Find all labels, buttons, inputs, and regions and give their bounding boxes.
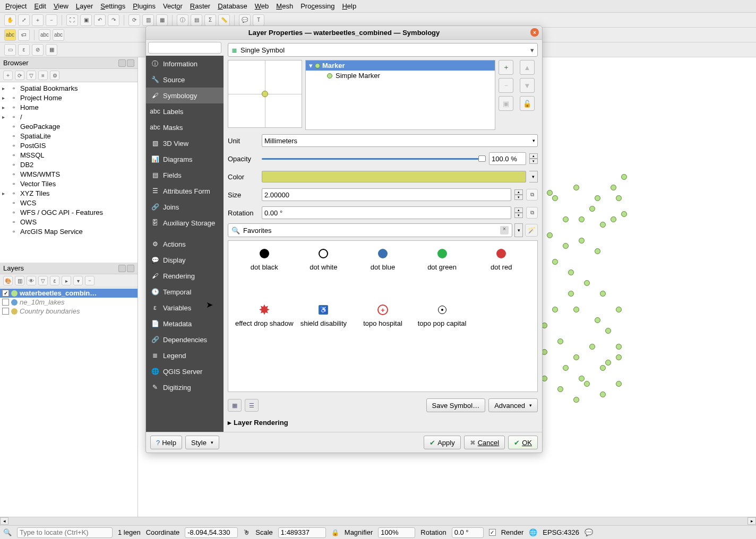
deselect-icon[interactable]: ⊘: [32, 44, 44, 56]
remove-symbol-layer-button[interactable]: －: [499, 78, 513, 93]
lock-icon[interactable]: 🔒: [331, 529, 339, 536]
zoom-in-icon[interactable]: ＋: [32, 14, 44, 26]
text-annotation-icon[interactable]: T: [253, 14, 264, 26]
clear-filter-icon[interactable]: ×: [500, 226, 509, 234]
category-actions[interactable]: ⚙Actions: [146, 236, 224, 252]
layer-item[interactable]: ✓waterbeetles_combin…: [0, 289, 138, 298]
symbol-grid[interactable]: dot blackdot whitedot bluedot greendot r…: [228, 240, 538, 392]
filter-browser-icon[interactable]: ▽: [27, 71, 36, 80]
duplicate-symbol-layer-button[interactable]: ▣: [499, 96, 513, 111]
size-field[interactable]: 2.00000: [262, 188, 511, 201]
select-icon[interactable]: ▭: [4, 44, 16, 56]
statistics-icon[interactable]: Σ: [204, 14, 216, 26]
menu-vector[interactable]: Vector: [163, 2, 183, 10]
pan-icon[interactable]: ✋: [4, 14, 16, 26]
layers-tree[interactable]: ✓waterbeetles_combin…ne_10m_lakesCountry…: [0, 288, 138, 525]
rotation-field[interactable]: 0.00 °: [262, 206, 511, 219]
layer-item[interactable]: ne_10m_lakes: [0, 298, 138, 307]
ok-button[interactable]: ✔OK: [508, 436, 538, 449]
menu-raster[interactable]: Raster: [190, 2, 210, 10]
select-all-icon[interactable]: ▦: [46, 44, 57, 56]
size-override-icon[interactable]: ⧉: [526, 189, 538, 201]
symbol-type-dropdown[interactable]: ≣ Single Symbol ▾: [228, 43, 538, 57]
messages-icon[interactable]: 💬: [585, 528, 593, 536]
menu-layer[interactable]: Layer: [76, 2, 93, 10]
category-symbology[interactable]: 🖌Symbology: [146, 88, 224, 103]
zoom-layer-icon[interactable]: ▣: [80, 14, 92, 26]
category-qgis-server[interactable]: 🌐QGIS Server: [146, 363, 224, 379]
dialog-titlebar[interactable]: Layer Properties — waterbeetles_combined…: [146, 26, 542, 40]
advanced-button[interactable]: Advanced▾: [488, 398, 538, 412]
move-up-button[interactable]: ▲: [520, 60, 535, 75]
scroll-left-icon[interactable]: ◂: [0, 517, 8, 525]
layer-checkbox[interactable]: ✓: [2, 290, 9, 297]
rotation-input[interactable]: [452, 527, 484, 538]
menu-plugins[interactable]: Plugins: [133, 2, 156, 10]
style-button[interactable]: Style▾: [185, 436, 219, 449]
category-auxiliary-storage[interactable]: 🗄Auxiliary Storage: [146, 215, 224, 231]
category-display[interactable]: 💬Display: [146, 252, 224, 268]
select-by-expression-icon[interactable]: ε: [18, 44, 30, 56]
list-view-button[interactable]: ☰: [245, 399, 259, 412]
measure-icon[interactable]: 📏: [218, 14, 230, 26]
category-metadata[interactable]: 📄Metadata: [146, 316, 224, 332]
annotation-icon[interactable]: 💬: [239, 14, 251, 26]
layer-visibility-icon[interactable]: 👁: [27, 276, 36, 285]
favorites-dropdown[interactable]: 🔍 Favorites ×: [228, 223, 512, 237]
layer-expand-icon[interactable]: ▸: [62, 276, 71, 285]
category-fields[interactable]: ▤Fields: [146, 167, 224, 183]
category-3d-view[interactable]: ▧3D View: [146, 135, 224, 151]
label-icon[interactable]: abc: [4, 29, 16, 41]
layers-close-icon[interactable]: [127, 265, 134, 272]
zoom-full-icon[interactable]: ⛶: [66, 14, 78, 26]
layer-checkbox[interactable]: [2, 299, 9, 306]
menu-view[interactable]: View: [54, 2, 68, 10]
symbol-item[interactable]: dot white: [294, 247, 354, 298]
menu-project[interactable]: Project: [5, 2, 27, 10]
symbol-item[interactable]: ✸effect drop shadow: [235, 303, 294, 354]
browser-item[interactable]: ▫Vector Tiles: [0, 179, 138, 188]
category-labels[interactable]: abcLabels: [146, 103, 224, 119]
mouse-ext-icon[interactable]: 🖰: [243, 528, 250, 536]
category-masks[interactable]: abcMasks: [146, 119, 224, 135]
browser-item[interactable]: ▸▫Spatial Bookmarks: [0, 83, 138, 93]
menu-help[interactable]: Help: [342, 2, 356, 10]
symbol-layer-tree[interactable]: ▾ Marker Simple Marker: [305, 60, 495, 130]
add-symbol-layer-button[interactable]: ＋: [499, 60, 513, 75]
category-source[interactable]: 🔧Source: [146, 72, 224, 88]
browser-item[interactable]: ▫OWS: [0, 217, 138, 227]
coord-input[interactable]: [185, 527, 238, 538]
new-layout-icon[interactable]: ▥: [142, 14, 154, 26]
style-manager-icon[interactable]: 🪄: [525, 224, 538, 237]
add-layer-icon[interactable]: ＋: [3, 71, 13, 80]
close-icon[interactable]: ×: [530, 28, 539, 37]
cancel-button[interactable]: ✖Cancel: [464, 436, 505, 449]
scale-input[interactable]: [278, 527, 326, 538]
show-layouts-icon[interactable]: ▦: [156, 14, 168, 26]
icon-view-button[interactable]: ▦: [228, 399, 242, 412]
browser-item[interactable]: ▫WMS/WMTS: [0, 169, 138, 179]
category-information[interactable]: ⓘInformation: [146, 56, 224, 72]
scroll-right-icon[interactable]: ▸: [748, 517, 756, 525]
category-diagrams[interactable]: 📊Diagrams: [146, 151, 224, 167]
layers-collapse-icon[interactable]: [118, 265, 126, 272]
marker-root-row[interactable]: ▾ Marker: [306, 60, 495, 71]
browser-item[interactable]: ▸▫XYZ Tiles: [0, 188, 138, 198]
refresh-icon[interactable]: ⟳: [128, 14, 140, 26]
save-symbol-button[interactable]: Save Symbol…: [426, 398, 486, 412]
opacity-value-field[interactable]: 100.0 %: [489, 152, 526, 165]
favorites-menu-icon[interactable]: ▾: [514, 223, 523, 237]
browser-item[interactable]: ▸▫Home: [0, 102, 138, 112]
category-legend[interactable]: ≣Legend: [146, 347, 224, 363]
collapse-all-icon[interactable]: ≡: [38, 71, 48, 80]
browser-item[interactable]: ▫WFS / OGC API - Features: [0, 207, 138, 217]
symbol-item[interactable]: dot red: [471, 247, 531, 298]
lock-symbol-layer-button[interactable]: 🔓: [520, 96, 535, 111]
color-swatch[interactable]: [262, 171, 526, 182]
h-scrollbar[interactable]: ◂ ▸: [0, 517, 756, 525]
browser-item[interactable]: ▫MSSQL: [0, 150, 138, 160]
menu-settings[interactable]: Settings: [100, 2, 125, 10]
symbol-item[interactable]: dot blue: [353, 247, 413, 298]
pan-to-selection-icon[interactable]: ⤢: [18, 14, 30, 26]
symbol-item[interactable]: dot green: [413, 247, 472, 298]
